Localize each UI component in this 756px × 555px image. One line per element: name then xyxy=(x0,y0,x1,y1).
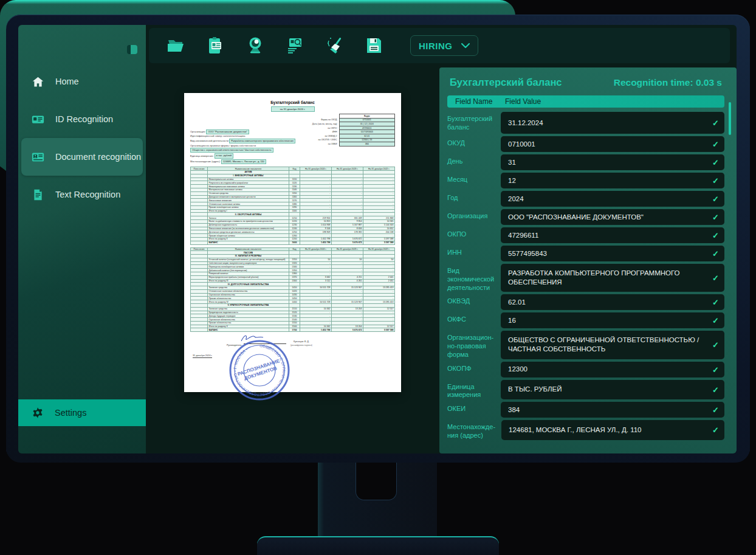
paste-id-button[interactable] xyxy=(204,34,227,57)
field-value-text: РАЗРАБОТКА КОМПЬЮТЕРНОГО ПРОГРАММНОГО ОБ… xyxy=(508,269,706,287)
sidebar-item-document-recognition[interactable]: Document recognition xyxy=(21,138,143,176)
document-page: Бухгалтерский баланс на 31 декабря 2024 … xyxy=(184,93,401,392)
field-value-text: 384 xyxy=(508,405,520,415)
check-icon: ✓ xyxy=(712,385,719,394)
company-stamp-icon: РАСПОЗНАВАНИЕ ДОКУМЕНТОВ ОБЩЕСТВО С ОГРА… xyxy=(228,339,291,402)
gear-icon xyxy=(32,407,44,419)
sidebar-item-label: Document recognition xyxy=(55,152,141,162)
monitor-stand-neck xyxy=(318,463,437,536)
document-card-icon xyxy=(32,151,44,164)
field-value-text: 2024 xyxy=(508,195,524,204)
field-value-input[interactable]: 12 ✓ xyxy=(501,173,724,188)
sidebar-item-id-recognition[interactable]: ID Recognition xyxy=(18,100,146,138)
check-icon: ✓ xyxy=(712,316,719,325)
doc-org-value: ООО "Распознавание документов" xyxy=(206,129,249,134)
open-folder-button[interactable] xyxy=(165,34,188,57)
scrollbar-thumb[interactable] xyxy=(729,102,731,135)
field-value-input[interactable]: 124681, МОСКВА Г., ЛЕСНАЯ УЛ., Д. 110 ✓ xyxy=(501,420,724,440)
doc-assets-table: ПоясненияНаименование показателяКодНа 31… xyxy=(190,167,395,244)
sidebar-item-label: Text Recognition xyxy=(55,190,120,199)
field-row: ОКУД 0710001 ✓ xyxy=(447,136,724,152)
content-row: Бухгалтерский баланс на 31 декабря 2024 … xyxy=(146,66,737,453)
field-value-input[interactable]: ООО "РАСПОЗНАВАНИЕ ДОКУМЕНТОВ" ✓ xyxy=(501,209,724,225)
clear-button[interactable] xyxy=(323,34,346,57)
check-icon: ✓ xyxy=(712,195,719,204)
field-value-input[interactable]: РАЗРАБОТКА КОМПЬЮТЕРНОГО ПРОГРАММНОГО ОБ… xyxy=(501,264,724,292)
field-value-text: 47296611 xyxy=(508,231,538,240)
field-value-input[interactable]: 0710001 ✓ xyxy=(501,136,724,152)
sidebar-item-home[interactable]: Home xyxy=(18,63,146,100)
recognize-button[interactable] xyxy=(283,34,306,57)
sidebar: Home ID Recognition xyxy=(18,25,146,453)
open-folder-icon xyxy=(166,35,187,56)
recognize-card-icon xyxy=(284,35,305,56)
field-name-label: ОКУД xyxy=(447,136,495,152)
doc-unit-value: в тыс. рублей xyxy=(215,153,233,158)
field-row: ОКВЭД 62.01 ✓ xyxy=(447,294,724,310)
doc-code-row: Дата (число, месяц, год)31 | 12 | 2024 xyxy=(304,122,395,126)
doc-address-value: 124681, Москва г., Лесная ул., д. 110 xyxy=(221,159,266,164)
field-name-label: Бухгалтерский баланс xyxy=(447,112,495,134)
settings-label: Settings xyxy=(55,408,86,418)
doc-type-value: HIRING xyxy=(419,41,453,51)
doc-type-dropdown[interactable]: HIRING xyxy=(410,35,478,56)
field-row: Единица измерения В ТЫС. РУБЛЕЙ ✓ xyxy=(447,380,724,400)
doc-signature-date: 31 декабря 2024 г. xyxy=(193,354,212,358)
check-icon: ✓ xyxy=(712,213,719,222)
doc-code-row: по ОКОПФ / ОКФС12300 | 16 xyxy=(304,138,395,142)
field-value-input[interactable]: 47296611 ✓ xyxy=(501,227,724,243)
webcam-button[interactable] xyxy=(244,34,267,57)
webcam-icon xyxy=(245,35,266,56)
field-value-text: ОБЩЕСТВО С ОГРАНИЧЕННОЙ ОТВЕТСТВЕННОСТЬЮ… xyxy=(508,336,706,354)
doc-form-value: Общество с ограниченной ответственностью… xyxy=(190,148,273,153)
field-value-input[interactable]: В ТЫС. РУБЛЕЙ ✓ xyxy=(501,380,724,400)
field-value-input[interactable]: 384 ✓ xyxy=(501,402,724,418)
field-row: ОКПО 47296611 ✓ xyxy=(447,227,724,243)
check-icon: ✓ xyxy=(712,249,719,258)
results-panel: Бухгалтерский баланс Recognition time: 0… xyxy=(439,67,737,453)
field-value-text: 0710001 xyxy=(508,140,535,149)
field-value-input[interactable]: ОБЩЕСТВО С ОГРАНИЧЕННОЙ ОТВЕТСТВЕННОСТЬЮ… xyxy=(501,331,724,359)
field-row: ОКФС 16 ✓ xyxy=(447,312,724,328)
field-row: ОКОПФ 12300 ✓ xyxy=(447,362,724,377)
field-value-text: В ТЫС. РУБЛЕЙ xyxy=(508,385,562,394)
sidebar-collapse-icon[interactable] xyxy=(127,45,137,54)
field-name-label: Организация xyxy=(447,209,495,225)
doc-date: на 31 декабря 2024 г. xyxy=(271,106,315,112)
check-icon: ✓ xyxy=(712,231,719,240)
field-name-label: ОКВЭД xyxy=(447,294,495,310)
sidebar-collapse-icon-right xyxy=(131,45,137,54)
field-value-input[interactable]: 62.01 ✓ xyxy=(501,294,724,310)
sidebar-item-label: ID Recognition xyxy=(55,114,113,124)
sidebar-item-text-recognition[interactable]: Text Recognition xyxy=(18,176,146,213)
doc-code-row: Коды xyxy=(304,114,395,119)
sidebar-item-settings[interactable]: Settings xyxy=(18,399,146,426)
field-value-input[interactable]: 16 ✓ xyxy=(501,312,724,328)
field-name-label: Местонахожде­ния (адрес) xyxy=(447,420,495,440)
home-icon xyxy=(32,75,44,88)
field-value-text: 16 xyxy=(508,316,516,325)
field-value-text: 31 xyxy=(508,158,516,167)
field-value-input[interactable]: 5577495843 ✓ xyxy=(501,246,724,261)
text-page-icon xyxy=(32,188,44,201)
check-icon: ✓ xyxy=(712,119,719,128)
check-icon: ✓ xyxy=(712,158,719,167)
id-card-icon xyxy=(32,113,44,126)
field-value-text: 124681, МОСКВА Г., ЛЕСНАЯ УЛ., Д. 110 xyxy=(509,426,641,435)
field-value-input[interactable]: 31 ✓ xyxy=(501,154,724,170)
field-name-label: Организацион­но-правовая форма xyxy=(447,331,495,359)
field-value-input[interactable]: 31.12.2024 ✓ xyxy=(501,112,724,134)
field-name-label: ОКФС xyxy=(447,312,495,328)
field-row: День 31 ✓ xyxy=(447,154,724,170)
check-icon: ✓ xyxy=(712,140,719,149)
monitor-stand-hole xyxy=(356,463,397,500)
field-name-label: Год xyxy=(447,191,495,207)
save-button[interactable] xyxy=(362,34,385,57)
check-icon: ✓ xyxy=(712,426,719,435)
field-row: Организацион­но-правовая форма ОБЩЕСТВО … xyxy=(447,331,724,359)
field-name-label: Вид экономической деятельности xyxy=(447,264,495,292)
field-value-input[interactable]: 12300 ✓ xyxy=(501,362,724,377)
field-value-input[interactable]: 2024 ✓ xyxy=(501,191,724,207)
field-name-label: Единица измерения xyxy=(447,380,495,400)
field-row: Местонахожде­ния (адрес) 124681, МОСКВА … xyxy=(447,420,724,440)
